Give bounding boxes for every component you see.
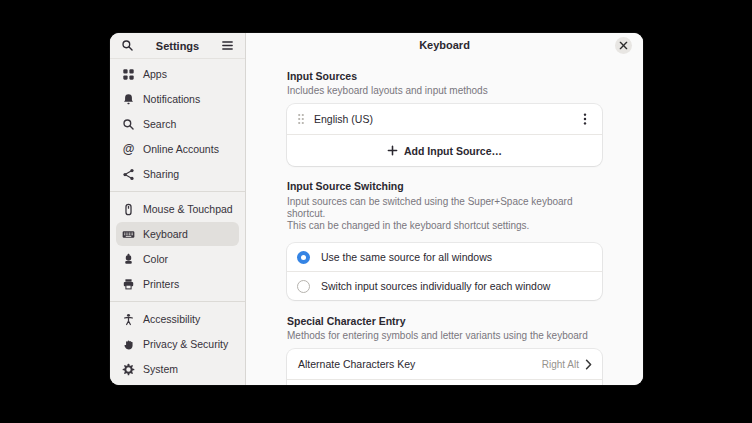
sidebar-item-keyboard[interactable]: Keyboard xyxy=(116,222,239,246)
accessibility-icon xyxy=(122,313,135,326)
sidebar-separator xyxy=(110,301,245,302)
sidebar-item-label: Color xyxy=(143,253,168,265)
switching-card: Use the same source for all windows Swit… xyxy=(287,243,602,300)
compose-key-row[interactable]: Compose Key Disabled xyxy=(287,380,602,385)
close-icon xyxy=(619,41,628,50)
content-headerbar: Keyboard xyxy=(246,33,643,58)
sidebar-item-label: System xyxy=(143,363,178,375)
sidebar-item-label: Search xyxy=(143,118,176,130)
option-label: Switch input sources individually for ea… xyxy=(321,280,550,292)
input-sources-heading: Input Sources xyxy=(287,70,602,83)
sidebar-item-system[interactable]: System xyxy=(116,357,239,381)
sidebar-item-accessibility[interactable]: Accessibility xyxy=(116,307,239,331)
add-input-source-label: Add Input Source… xyxy=(404,145,502,157)
sidebar-nav: Apps Notifications Search @ Online Accou… xyxy=(110,59,245,382)
alternate-characters-key-row[interactable]: Alternate Characters Key Right Alt xyxy=(287,349,602,379)
sidebar-separator xyxy=(110,191,245,192)
sidebar: Settings Apps Notifications Search @ On xyxy=(110,33,246,385)
input-source-label: English (US) xyxy=(314,113,373,125)
settings-window: Settings Apps Notifications Search @ On xyxy=(110,33,643,385)
sidebar-item-color[interactable]: Color xyxy=(116,247,239,271)
sidebar-item-apps[interactable]: Apps xyxy=(116,62,239,86)
input-sources-card: English (US) Add Input Source… xyxy=(287,104,602,166)
search-icon[interactable] xyxy=(119,37,136,54)
bell-icon xyxy=(122,93,135,106)
keyboard-icon xyxy=(122,228,135,241)
printer-icon xyxy=(122,278,135,291)
drag-handle-icon[interactable] xyxy=(297,113,305,125)
sidebar-headerbar: Settings xyxy=(110,33,245,59)
option-per-window-row[interactable]: Switch input sources individually for ea… xyxy=(287,272,602,300)
main-menu-icon[interactable] xyxy=(219,37,236,54)
sidebar-item-printers[interactable]: Printers xyxy=(116,272,239,296)
option-label: Use the same source for all windows xyxy=(321,251,492,263)
sidebar-item-notifications[interactable]: Notifications xyxy=(116,87,239,111)
apps-grid-icon xyxy=(122,68,135,81)
sidebar-item-sharing[interactable]: Sharing xyxy=(116,162,239,186)
share-icon xyxy=(122,168,135,181)
sidebar-item-label: Accessibility xyxy=(143,313,200,325)
radio-button[interactable] xyxy=(297,280,310,293)
sidebar-item-label: Notifications xyxy=(143,93,200,105)
row-label: Alternate Characters Key xyxy=(298,358,415,370)
desktop-background: { "accent_color": "#3584e4", "sidebar": … xyxy=(0,0,752,423)
sidebar-item-search[interactable]: Search xyxy=(116,112,239,136)
at-icon: @ xyxy=(122,143,135,156)
sidebar-item-label: Online Accounts xyxy=(143,143,219,155)
kebab-menu-icon[interactable] xyxy=(578,112,592,126)
colorimeter-icon xyxy=(122,253,135,266)
switching-subtitle-line2: This can be changed in the keyboard shor… xyxy=(287,220,602,232)
sidebar-item-label: Sharing xyxy=(143,168,179,180)
chevron-right-icon xyxy=(585,359,592,370)
sidebar-item-label: Keyboard xyxy=(143,228,188,240)
plus-icon xyxy=(387,145,398,156)
page-title: Keyboard xyxy=(246,33,643,58)
special-characters-heading: Special Character Entry xyxy=(287,315,602,328)
switching-heading: Input Source Switching xyxy=(287,180,602,193)
switching-subtitle-line1: Input sources can be switched using the … xyxy=(287,196,602,220)
sidebar-item-privacy-security[interactable]: Privacy & Security xyxy=(116,332,239,356)
gear-icon xyxy=(122,363,135,376)
sidebar-item-label: Apps xyxy=(143,68,167,80)
row-value: Right Alt xyxy=(542,359,579,370)
radio-button[interactable] xyxy=(297,251,310,264)
input-source-row[interactable]: English (US) xyxy=(287,104,602,134)
close-button[interactable] xyxy=(615,37,632,54)
content-pane: Keyboard Input Sources Includes keyboard… xyxy=(246,33,643,385)
hand-icon xyxy=(122,338,135,351)
special-characters-subtitle: Methods for entering symbols and letter … xyxy=(287,330,602,342)
sidebar-item-label: Printers xyxy=(143,278,179,290)
mouse-icon xyxy=(122,203,135,216)
add-input-source-button[interactable]: Add Input Source… xyxy=(287,135,602,166)
sidebar-item-label: Privacy & Security xyxy=(143,338,228,350)
sidebar-item-label: Mouse & Touchpad xyxy=(143,203,233,215)
option-same-source-row[interactable]: Use the same source for all windows xyxy=(287,243,602,271)
special-characters-card: Alternate Characters Key Right Alt Compo… xyxy=(287,349,602,385)
input-sources-subtitle: Includes keyboard layouts and input meth… xyxy=(287,85,602,97)
sidebar-item-mouse-touchpad[interactable]: Mouse & Touchpad xyxy=(116,197,239,221)
keyboard-settings-page: Input Sources Includes keyboard layouts … xyxy=(287,58,602,385)
magnifier-icon xyxy=(122,118,135,131)
sidebar-item-online-accounts[interactable]: @ Online Accounts xyxy=(116,137,239,161)
